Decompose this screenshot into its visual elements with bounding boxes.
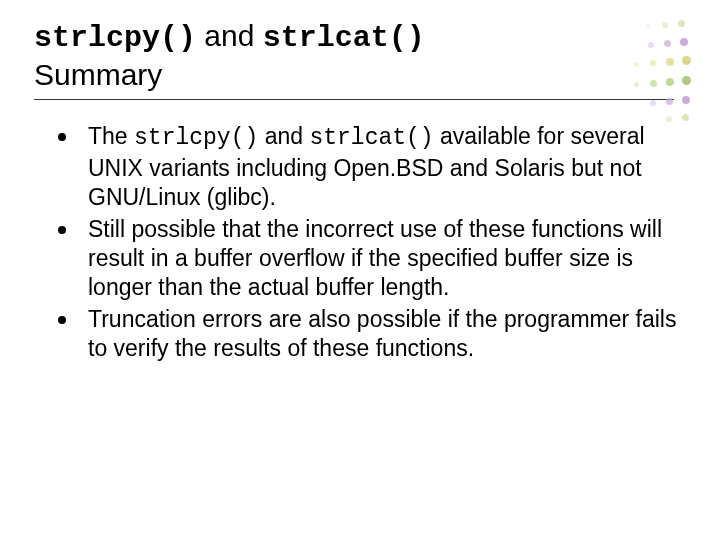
title-code-2: strlcat(): [263, 21, 425, 55]
inline-code: strlcpy(): [134, 125, 258, 151]
list-item: The strlcpy() and strlcat() available fo…: [58, 122, 686, 212]
bullet-list: The strlcpy() and strlcat() available fo…: [34, 122, 686, 364]
inline-code: strlcat(): [309, 125, 433, 151]
title-joiner: and: [196, 19, 263, 52]
bullet-text: and: [258, 123, 309, 149]
bullet-text: The: [88, 123, 134, 149]
bullet-text: Still possible that the incorrect use of…: [88, 216, 662, 301]
bullet-text: Truncation errors are also possible if t…: [88, 306, 676, 361]
slide-title: strlcpy() and strlcat() Summary: [34, 18, 674, 100]
slide: strlcpy() and strlcat() Summary The strl…: [0, 0, 720, 364]
list-item: Still possible that the incorrect use of…: [58, 215, 686, 303]
title-code-1: strlcpy(): [34, 21, 196, 55]
title-line2: Summary: [34, 57, 674, 94]
list-item: Truncation errors are also possible if t…: [58, 305, 686, 364]
